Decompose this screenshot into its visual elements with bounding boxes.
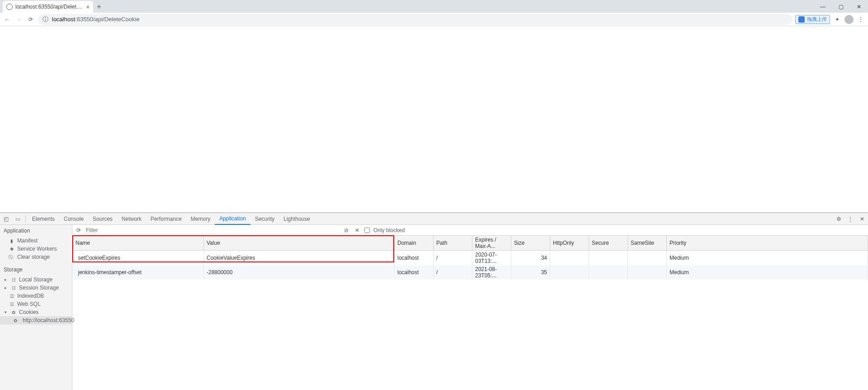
grid-icon: ☷ (11, 277, 16, 282)
sidebar-item-cookie-origin[interactable]: ✿http://localhost:63550 (0, 316, 72, 324)
application-sidebar: Application ▮Manifest ✱Service Workers ⃠… (0, 225, 72, 390)
db-icon: ☲ (9, 302, 14, 307)
cookie-icon: ✿ (11, 310, 16, 315)
cookies-panel: ⟳ ⊘ ✕ Only blocked Name (72, 225, 868, 390)
col-value[interactable]: Value (204, 236, 395, 251)
tab-memory[interactable]: Memory (186, 213, 215, 225)
delete-icon[interactable]: ✕ (354, 227, 361, 233)
filter-input[interactable] (86, 227, 339, 233)
col-domain[interactable]: Domain (395, 236, 434, 251)
col-samesite[interactable]: SameSite (628, 236, 667, 251)
devtools-menu-icon[interactable]: ⋮ (844, 216, 856, 222)
close-icon[interactable]: × (86, 4, 90, 10)
sidebar-item-session-storage[interactable]: ☷Session Storage (0, 284, 72, 292)
sidebar-item-service-workers[interactable]: ✱Service Workers (0, 245, 72, 253)
tab-title: localhost:63550/api/DeleteCo... (15, 4, 83, 10)
close-devtools-icon[interactable]: ✕ (856, 216, 868, 222)
address-bar[interactable]: ⓘ localhost:63550/api/DeleteCookie (38, 14, 793, 25)
sidebar-item-local-storage[interactable]: ☷Local Storage (0, 276, 72, 284)
devtools-panel: ◰ ▭ Elements Console Sources Network Per… (0, 213, 868, 390)
col-expires[interactable]: Expires / Max-A... (472, 236, 511, 251)
extensions-icon[interactable]: ✦ (833, 15, 842, 24)
sidebar-section-storage: Storage (0, 264, 72, 276)
new-tab-button[interactable]: + (93, 1, 105, 13)
device-toolbar-icon[interactable]: ▭ (12, 216, 24, 222)
clear-all-icon[interactable]: ⊘ (343, 227, 350, 233)
browser-tab-strip: localhost:63550/api/DeleteCo... × + — ▢ … (0, 0, 868, 13)
close-window-button[interactable]: ✕ (850, 1, 868, 13)
devtools-tab-bar: ◰ ▭ Elements Console Sources Network Per… (0, 213, 868, 225)
col-httponly[interactable]: HttpOnly (550, 236, 589, 251)
refresh-icon[interactable]: ⟳ (75, 227, 82, 233)
forward-button[interactable]: → (14, 15, 24, 24)
tab-network[interactable]: Network (117, 213, 146, 225)
profile-avatar[interactable] (844, 15, 854, 24)
window-controls: — ▢ ✕ (814, 1, 868, 13)
clear-icon: ⃠ (9, 254, 14, 260)
col-name[interactable]: Name (73, 236, 204, 251)
col-priority[interactable]: Priority (667, 236, 868, 251)
browser-menu-button[interactable]: ⋮ (856, 15, 865, 24)
sidebar-item-indexeddb[interactable]: ☲IndexedDB (0, 292, 72, 300)
gear-icon: ✱ (9, 247, 14, 252)
tab-lighthouse[interactable]: Lighthouse (279, 213, 315, 225)
only-blocked-checkbox[interactable] (364, 228, 370, 233)
page-content (0, 26, 868, 213)
cookie-icon: ✿ (14, 318, 17, 323)
minimize-button[interactable]: — (814, 1, 832, 13)
col-secure[interactable]: Secure (589, 236, 628, 251)
tab-elements[interactable]: Elements (28, 213, 59, 225)
extension-label: 拖拽上传 (807, 16, 827, 23)
cookies-table[interactable]: Name Value Domain Path Expires / Max-A..… (72, 236, 868, 280)
tab-console[interactable]: Console (59, 213, 88, 225)
browser-nav-bar: ← → ⟳ ⓘ localhost:63550/api/DeleteCookie… (0, 13, 868, 26)
extension-button[interactable]: 拖拽上传 (795, 15, 830, 24)
sidebar-item-manifest[interactable]: ▮Manifest (0, 237, 72, 245)
sidebar-item-clear-storage[interactable]: ⃠Clear storage (0, 253, 72, 261)
file-icon: ▮ (9, 238, 14, 243)
db-icon: ☲ (9, 294, 14, 299)
globe-icon (6, 4, 13, 10)
tab-sources[interactable]: Sources (88, 213, 117, 225)
browser-tab[interactable]: localhost:63550/api/DeleteCo... × (3, 1, 93, 13)
back-button[interactable]: ← (3, 15, 12, 24)
sidebar-item-web-sql[interactable]: ☲Web SQL (0, 300, 72, 308)
sidebar-item-cookies[interactable]: ✿Cookies (0, 308, 72, 316)
grid-icon: ☷ (11, 285, 16, 290)
settings-icon[interactable]: ⚙ (833, 216, 844, 222)
site-info-icon[interactable]: ⓘ (42, 15, 48, 24)
cookies-toolbar: ⟳ ⊘ ✕ Only blocked (72, 225, 868, 236)
tab-application[interactable]: Application (215, 213, 250, 225)
inspect-icon[interactable]: ◰ (0, 216, 12, 222)
table-row[interactable]: jenkins-timestamper-offset-28800000local… (73, 265, 868, 280)
col-path[interactable]: Path (434, 236, 472, 251)
tab-security[interactable]: Security (250, 213, 279, 225)
table-row[interactable]: setCookieExpiresCookieValueExpireslocalh… (73, 251, 868, 266)
url-text: localhost:63550/api/DeleteCookie (52, 16, 140, 23)
maximize-button[interactable]: ▢ (832, 1, 850, 13)
tab-performance[interactable]: Performance (146, 213, 186, 225)
cloud-icon (798, 16, 805, 23)
sidebar-section-application: Application (0, 225, 72, 237)
only-blocked-label: Only blocked (373, 227, 405, 233)
reload-button[interactable]: ⟳ (26, 15, 35, 24)
col-size[interactable]: Size (511, 236, 550, 251)
